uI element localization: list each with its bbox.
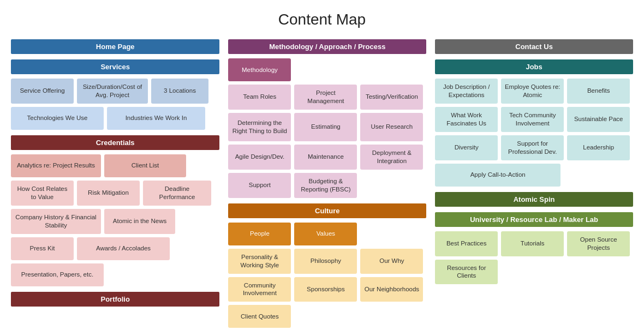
middle-column: Methodology / Approach / Process Methodo… bbox=[228, 39, 426, 328]
section-home-page: Home Page bbox=[11, 39, 219, 54]
spacer1 bbox=[294, 58, 357, 81]
card-what-work[interactable]: What Work Fascinates Us bbox=[435, 107, 498, 132]
card-client-list[interactable]: Client List bbox=[104, 154, 186, 177]
card-industries[interactable]: Industries We Work In bbox=[107, 107, 205, 130]
card-maintenance[interactable]: Maintenance bbox=[294, 145, 357, 170]
card-technologies[interactable]: Technologies We Use bbox=[11, 107, 104, 130]
card-job-description[interactable]: Job Description / Expectations bbox=[435, 79, 498, 104]
card-deployment[interactable]: Deployment & Integration bbox=[360, 145, 423, 170]
left-column: Home Page Services Service Offering Size… bbox=[11, 39, 219, 307]
card-user-research[interactable]: User Research bbox=[360, 113, 423, 141]
section-header-university: University / Resource Lab / Maker Lab bbox=[435, 212, 633, 227]
card-people[interactable]: People bbox=[228, 223, 291, 245]
card-how-cost[interactable]: How Cost Relates to Value bbox=[11, 181, 74, 206]
section-services: Services Service Offering Size/Duration/… bbox=[11, 59, 219, 130]
card-our-why[interactable]: Our Why bbox=[360, 249, 423, 274]
card-analytics[interactable]: Analytics re: Project Results bbox=[11, 154, 101, 177]
section-header-services: Services bbox=[11, 59, 219, 74]
section-methodology: Methodology / Approach / Process Methodo… bbox=[228, 39, 426, 198]
card-methodology[interactable]: Methodology bbox=[228, 58, 291, 81]
card-estimating[interactable]: Estimating bbox=[294, 113, 357, 141]
card-best-practices[interactable]: Best Practices bbox=[435, 231, 498, 256]
right-column: Contact Us Jobs Job Description / Expect… bbox=[435, 39, 633, 284]
card-risk-mitigation[interactable]: Risk Mitigation bbox=[77, 181, 140, 206]
card-company-history[interactable]: Company History & Financial Stability bbox=[11, 209, 101, 234]
card-community-involvement[interactable]: Community Involvement bbox=[228, 277, 291, 302]
spacer2 bbox=[360, 58, 423, 81]
section-header-credentials: Credentials bbox=[11, 135, 219, 150]
services-body: Service Offering Size/Duration/Cost of A… bbox=[11, 74, 219, 130]
card-open-source[interactable]: Open Source Projects bbox=[567, 231, 630, 256]
credentials-body: Analytics re: Project Results Client Lis… bbox=[11, 150, 219, 286]
page-title: Content Map bbox=[11, 11, 633, 28]
card-resources-clients[interactable]: Resources for Clients bbox=[435, 260, 498, 285]
card-agile[interactable]: Agile Design/Dev. bbox=[228, 145, 291, 170]
card-service-offering[interactable]: Service Offering bbox=[11, 79, 74, 104]
section-header-contact-us: Contact Us bbox=[435, 39, 633, 54]
culture-body: People Values Personality & Working Styl… bbox=[228, 218, 426, 328]
methodology-body: Methodology Team Roles Project Managemen… bbox=[228, 54, 426, 198]
spacer3 bbox=[360, 223, 423, 245]
card-tech-community[interactable]: Tech Community Involvement bbox=[501, 107, 564, 132]
section-header-methodology: Methodology / Approach / Process bbox=[228, 39, 426, 54]
card-project-management[interactable]: Project Management bbox=[294, 85, 357, 110]
card-leadership[interactable]: Leadership bbox=[567, 135, 630, 160]
card-size-duration[interactable]: Size/Duration/Cost of Avg. Project bbox=[77, 79, 148, 104]
card-values[interactable]: Values bbox=[294, 223, 357, 245]
card-sponsorships[interactable]: Sponsorships bbox=[294, 277, 357, 302]
card-determining[interactable]: Determining the Right Thing to Build bbox=[228, 113, 291, 141]
card-awards[interactable]: Awards / Accolades bbox=[77, 237, 170, 260]
section-header-atomic-spin: Atomic Spin bbox=[435, 192, 633, 207]
card-employee-quotes[interactable]: Employe Quotes re: Atomic bbox=[501, 79, 564, 104]
card-team-roles[interactable]: Team Roles bbox=[228, 85, 291, 110]
section-jobs: Jobs Job Description / Expectations Empl… bbox=[435, 59, 633, 187]
card-budgeting[interactable]: Budgeting & Reporting (FBSC) bbox=[294, 173, 357, 198]
card-sustainable-pace[interactable]: Sustainable Pace bbox=[567, 107, 630, 132]
card-diversity[interactable]: Diversity bbox=[435, 135, 498, 160]
content-map: Home Page Services Service Offering Size… bbox=[11, 39, 633, 328]
card-3-locations[interactable]: 3 Locations bbox=[151, 79, 208, 104]
section-university: University / Resource Lab / Maker Lab Be… bbox=[435, 212, 633, 285]
card-personality[interactable]: Personality & Working Style bbox=[228, 249, 291, 274]
card-tutorials[interactable]: Tutorials bbox=[501, 231, 564, 256]
card-client-quotes[interactable]: Client Quotes bbox=[228, 305, 291, 328]
section-atomic-spin: Atomic Spin bbox=[435, 192, 633, 207]
card-benefits[interactable]: Benefits bbox=[567, 79, 630, 104]
card-apply-cta[interactable]: Apply Call-to-Action bbox=[435, 164, 560, 187]
card-deadline[interactable]: Deadline Performance bbox=[143, 181, 211, 206]
card-our-neighborhoods[interactable]: Our Neighborhoods bbox=[360, 277, 423, 302]
section-header-home-page: Home Page bbox=[11, 39, 219, 54]
section-contact-us: Contact Us bbox=[435, 39, 633, 54]
section-header-jobs: Jobs bbox=[435, 59, 633, 74]
section-culture: Culture People Values Personality & Work… bbox=[228, 203, 426, 328]
section-credentials: Credentials Analytics re: Project Result… bbox=[11, 135, 219, 286]
card-support-professional[interactable]: Support for Professional Dev. bbox=[501, 135, 564, 160]
card-testing[interactable]: Testing/Verification bbox=[360, 85, 423, 110]
card-press-kit[interactable]: Press Kit bbox=[11, 237, 74, 260]
card-presentations[interactable]: Presentation, Papers, etc. bbox=[11, 263, 104, 286]
card-atomic-news[interactable]: Atomic in the News bbox=[104, 209, 175, 234]
jobs-body: Job Description / Expectations Employe Q… bbox=[435, 74, 633, 187]
section-header-portfolio: Portfolio bbox=[11, 292, 219, 307]
card-support[interactable]: Support bbox=[228, 173, 291, 198]
university-body: Best Practices Tutorials Open Source Pro… bbox=[435, 227, 633, 285]
section-portfolio: Portfolio bbox=[11, 292, 219, 307]
section-header-culture: Culture bbox=[228, 203, 426, 218]
card-philosophy[interactable]: Philosophy bbox=[294, 249, 357, 274]
